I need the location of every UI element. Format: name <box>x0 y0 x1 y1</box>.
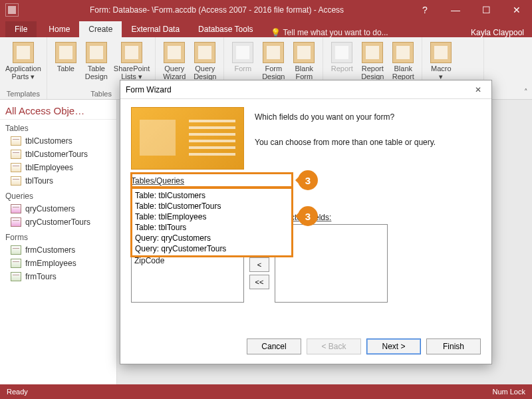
lightbulb-icon: 💡 <box>271 28 281 37</box>
nav-item-tblcustomertours[interactable]: tblCustomerTours <box>0 148 116 161</box>
back-button: < Back <box>307 338 361 354</box>
callout-highlight-combo <box>130 172 293 188</box>
ribbon-tabs: File Home Create External Data Database … <box>0 20 532 37</box>
dropdown-option[interactable]: Table: tblCustomerTours <box>135 201 289 211</box>
report-icon <box>362 42 383 63</box>
dropdown-option[interactable]: Table: tblEmployees <box>135 211 289 222</box>
close-button[interactable]: ✕ <box>501 0 532 20</box>
nav-item-tblemployees[interactable]: tblEmployees <box>0 161 116 174</box>
tell-me[interactable]: 💡 Tell me what you want to do... <box>271 28 388 37</box>
access-app-icon <box>5 3 19 17</box>
ribbon-applicationparts--button[interactable]: ApplicationParts ▾ <box>5 40 41 81</box>
form-icon <box>11 272 21 281</box>
table-icon <box>11 163 21 172</box>
ribbon-report-button: Report <box>329 40 355 80</box>
ribbon-macro--button[interactable]: Macro▾ <box>428 40 454 81</box>
ribbon-blankreport-button[interactable]: BlankReport <box>390 40 416 80</box>
dropdown-option[interactable]: Query: qryCustomerTours <box>135 243 289 254</box>
tab-file[interactable]: File <box>5 21 37 37</box>
wizard-title: Form Wizard <box>126 85 172 94</box>
wizard-titlebar: Form Wizard ✕ <box>120 80 491 99</box>
form-icon <box>232 42 253 63</box>
macro-icon <box>430 42 452 63</box>
nav-section-forms[interactable]: Forms <box>0 229 116 243</box>
application-icon <box>13 42 34 63</box>
tab-create[interactable]: Create <box>79 21 122 37</box>
ribbon-table-button[interactable]: Table <box>53 40 79 81</box>
blank-icon <box>293 42 315 63</box>
nav-section-queries[interactable]: Queries <box>0 188 116 202</box>
titlebar: Form: Database- \Form.accdb (Access 2007… <box>0 0 532 20</box>
ribbon-blankform-button[interactable]: BlankForm <box>291 40 317 80</box>
query-icon <box>164 42 185 63</box>
nav-item-tblcustomers[interactable]: tblCustomers <box>0 134 116 148</box>
window-title: Form: Database- \Form.accdb (Access 2007… <box>24 5 410 15</box>
table-icon <box>86 42 107 63</box>
table-icon <box>55 42 76 63</box>
cancel-button[interactable]: Cancel <box>247 338 301 354</box>
status-left: Ready <box>7 388 28 396</box>
tab-database-tools[interactable]: Database Tools <box>189 21 263 37</box>
maximize-button[interactable]: ☐ <box>471 0 501 20</box>
tell-me-label: Tell me what you want to do... <box>283 28 388 37</box>
query-icon <box>11 217 21 227</box>
nav-item-qrycustomers[interactable]: qryCustomers <box>0 202 116 215</box>
form-icon <box>11 245 21 255</box>
table-icon <box>11 136 21 146</box>
minimize-button[interactable]: — <box>440 0 471 20</box>
remove-all-button[interactable]: << <box>249 275 269 289</box>
wizard-intro-text: Which fields do you want on your form? Y… <box>255 107 481 170</box>
next-button[interactable]: Next > <box>366 338 421 354</box>
ribbon-formdesign-button[interactable]: FormDesign <box>260 40 287 80</box>
report-icon <box>331 42 352 63</box>
status-bar: Ready Num Lock <box>0 384 532 399</box>
sharepoint-icon <box>121 42 142 63</box>
finish-button[interactable]: Finish <box>426 338 481 354</box>
table-icon <box>11 150 21 159</box>
navigation-pane: All Access Obje… TablestblCustomerstblCu… <box>0 100 117 384</box>
tables-queries-dropdown[interactable]: Table: tblCustomersTable: tblCustomerTou… <box>130 187 293 257</box>
callout-badge-3b: 3 <box>298 206 318 226</box>
signed-in-user[interactable]: Kayla Claypool <box>471 28 524 37</box>
remove-field-button[interactable]: < <box>249 257 269 272</box>
nav-section-tables[interactable]: Tables <box>0 120 116 134</box>
nav-item-frmcustomers[interactable]: frmCustomers <box>0 243 116 257</box>
form-icon <box>11 259 21 268</box>
nav-item-tbltours[interactable]: tblTours <box>0 174 116 188</box>
query-icon <box>194 42 215 63</box>
blank-icon <box>392 42 414 63</box>
form-icon <box>263 42 284 63</box>
nav-item-qrycustomertours[interactable]: qryCustomerTours <box>0 215 116 229</box>
ribbon-tabledesign-button[interactable]: TableDesign <box>83 40 110 81</box>
help-button[interactable]: ? <box>410 0 440 20</box>
nav-title[interactable]: All Access Obje… <box>0 102 116 120</box>
table-icon <box>11 176 21 186</box>
query-icon <box>11 204 21 213</box>
field-option[interactable]: ZipCode <box>134 256 241 266</box>
wizard-question-2: You can choose from more than one table … <box>255 136 481 149</box>
ribbon-form-button: Form <box>229 40 256 80</box>
nav-item-frmtours[interactable]: frmTours <box>0 270 116 283</box>
ribbon-reportdesign-button[interactable]: ReportDesign <box>359 40 386 80</box>
ribbon-querywizard-button[interactable]: QueryWizard <box>161 40 188 80</box>
callout-badge-3a: 3 <box>298 170 318 190</box>
dropdown-option[interactable]: Table: tblCustomers <box>135 190 289 201</box>
tab-external-data[interactable]: External Data <box>122 21 189 37</box>
ribbon-group-label: Templates <box>5 90 41 98</box>
dropdown-option[interactable]: Query: qryCustomers <box>135 233 289 243</box>
wizard-close-icon[interactable]: ✕ <box>470 85 486 94</box>
tab-home[interactable]: Home <box>39 21 79 37</box>
wizard-banner-art <box>131 107 244 170</box>
ribbon-sharepointlists--button[interactable]: SharePointLists ▾ <box>114 40 150 81</box>
nav-item-frmemployees[interactable]: frmEmployees <box>0 257 116 270</box>
ribbon-querydesign-button[interactable]: QueryDesign <box>192 40 218 80</box>
ribbon-group-templates: ApplicationParts ▾Templates <box>0 37 47 99</box>
wizard-question-1: Which fields do you want on your form? <box>255 111 481 124</box>
dropdown-option[interactable]: Table: tblTours <box>135 222 289 233</box>
collapse-ribbon-icon[interactable]: ˄ <box>524 88 528 96</box>
status-numlock: Num Lock <box>492 388 525 396</box>
